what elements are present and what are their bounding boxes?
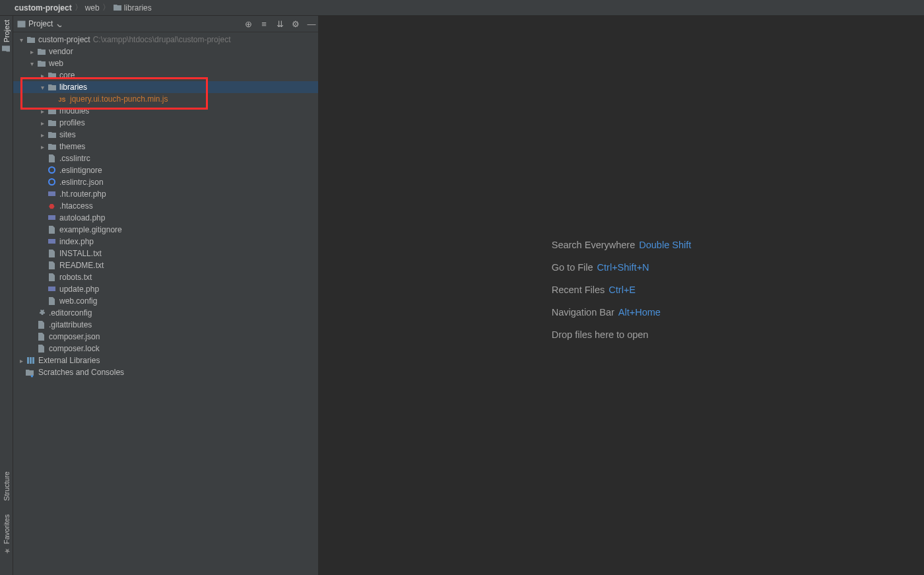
txt-icon: [36, 320, 46, 330]
ht-icon: ⬣: [46, 202, 57, 210]
tree-label: vendor: [49, 47, 73, 56]
tree-label: jquery.ui.touch-punch.min.js: [70, 94, 168, 104]
tree-row[interactable]: ▸themes: [13, 141, 318, 152]
php-icon: [46, 285, 57, 294]
tree-label: composer.json: [49, 332, 100, 341]
tree-label: web.config: [59, 296, 97, 306]
tab-favorites[interactable]: ★ Favorites: [2, 514, 11, 555]
txt-icon: [46, 154, 57, 164]
tree-label: libraries: [59, 83, 87, 92]
folder-icon: [46, 118, 57, 128]
tab-project[interactable]: Project: [2, 20, 11, 53]
tree-arrow[interactable]: ▸: [38, 119, 46, 127]
welcome-label: Go to File: [552, 262, 593, 273]
tree-row[interactable]: ▸.gitattributes: [13, 319, 318, 331]
json-icon: [36, 332, 46, 342]
tree-arrow[interactable]: ▸: [38, 108, 46, 115]
window-icon: [17, 20, 26, 28]
breadcrumb-item[interactable]: web: [85, 3, 100, 13]
tree-row[interactable]: ▸.eslintrc.json: [13, 176, 318, 188]
tree-label: README.txt: [59, 261, 104, 270]
tree-label: .editorconfig: [49, 308, 92, 318]
tree-row[interactable]: ▸update.php: [13, 283, 318, 295]
tree-row[interactable]: ▸README.txt: [13, 259, 318, 271]
tree-row[interactable]: ▸⬣.htaccess: [13, 200, 318, 212]
tree-row[interactable]: ▾custom-projectC:\xampp\htdocs\drupal\cu…: [13, 34, 318, 46]
welcome-shortcut: Ctrl+E: [609, 285, 636, 295]
welcome-row: Search EverywhereDouble Shift: [552, 240, 692, 250]
tree-row[interactable]: ▸profiles: [13, 117, 318, 129]
tab-structure-label: Structure: [3, 471, 11, 501]
tree-row[interactable]: ▾web: [13, 57, 318, 69]
txt-icon: [46, 296, 57, 306]
tree-row[interactable]: ▸vendor: [13, 46, 318, 57]
tree-label: robots.txt: [59, 273, 92, 282]
project-tree[interactable]: ▾custom-projectC:\xampp\htdocs\drupal\cu…: [13, 32, 318, 575]
tree-row[interactable]: ▸robots.txt: [13, 271, 318, 283]
welcome-shortcut: Ctrl+Shift+N: [597, 262, 649, 273]
tree-row[interactable]: ▸.csslintrc: [13, 152, 318, 164]
tree-label: themes: [59, 142, 85, 151]
tree-label: modules: [59, 106, 89, 116]
tree-row[interactable]: ▸External Libraries: [13, 355, 318, 366]
tree-label: sites: [59, 130, 76, 139]
breadcrumb-item[interactable]: custom-project: [15, 3, 72, 13]
chevron-down-icon: [55, 21, 61, 27]
tree-row[interactable]: ▸.eslintignore: [13, 164, 318, 176]
welcome-label: Navigation Bar: [552, 307, 614, 318]
tree-row[interactable]: ▸INSTALL.txt: [13, 248, 318, 259]
tree-row[interactable]: ▸JSjquery.ui.touch-punch.min.js: [13, 93, 318, 105]
hide-icon[interactable]: —: [305, 17, 318, 30]
project-panel-header: Project ⊕ ≡ ⇊ ⚙ —: [13, 16, 318, 32]
tree-path-suffix: C:\xampp\htdocs\drupal\custom-project: [93, 35, 231, 44]
tree-arrow[interactable]: ▸: [17, 357, 25, 364]
tree-arrow[interactable]: ▸: [38, 72, 46, 79]
panel-title-label: Project: [28, 19, 53, 28]
tree-arrow[interactable]: ▸: [38, 143, 46, 151]
tree-row[interactable]: ▾libraries: [13, 81, 318, 93]
tree-row[interactable]: ▸composer.json: [13, 331, 318, 343]
collapse-all-icon[interactable]: ⇊: [273, 17, 286, 30]
tree-label: INSTALL.txt: [59, 249, 102, 258]
tree-label: .gitattributes: [49, 320, 92, 329]
welcome-row: Recent FilesCtrl+E: [552, 285, 692, 295]
txt-icon: [46, 225, 57, 235]
folder-icon: [36, 59, 46, 69]
scratch-icon: ●: [25, 368, 36, 378]
expand-all-icon[interactable]: ≡: [257, 17, 271, 30]
tree-row[interactable]: ▸example.gitignore: [13, 224, 318, 236]
panel-title[interactable]: Project: [28, 19, 61, 28]
tab-structure[interactable]: Structure: [3, 471, 11, 501]
breadcrumb-item[interactable]: libraries: [124, 3, 152, 13]
tree-row[interactable]: ▸web.config: [13, 295, 318, 307]
tree-label: autoload.php: [59, 213, 105, 222]
tree-row[interactable]: ▸●Scratches and Consoles: [13, 366, 318, 378]
tree-arrow[interactable]: ▸: [38, 131, 46, 139]
circle-icon: [46, 178, 57, 187]
tree-row[interactable]: ▸index.php: [13, 236, 318, 248]
welcome-row: Go to FileCtrl+Shift+N: [552, 262, 692, 273]
welcome-label: Recent Files: [552, 285, 605, 295]
tree-row[interactable]: ▸composer.lock: [13, 343, 318, 355]
welcome-row: Drop files here to open: [552, 329, 692, 340]
tree-row[interactable]: ▸autoload.php: [13, 212, 318, 224]
tree-label: .eslintignore: [59, 166, 102, 175]
tree-arrow[interactable]: ▾: [38, 84, 46, 91]
tree-row[interactable]: ▸.ht.router.php: [13, 188, 318, 200]
js-icon: JS: [57, 95, 67, 103]
tree-row[interactable]: ▸sites: [13, 129, 318, 141]
tree-row[interactable]: ▸core: [13, 69, 318, 81]
tree-label: .ht.router.php: [59, 189, 106, 199]
txt-icon: [46, 249, 57, 259]
tree-label: composer.lock: [49, 344, 100, 353]
tree-arrow[interactable]: ▸: [28, 48, 36, 55]
gear-icon[interactable]: ⚙: [289, 17, 302, 30]
tree-row[interactable]: ▸.editorconfig: [13, 307, 318, 319]
locate-icon[interactable]: ⊕: [242, 17, 255, 30]
tree-arrow[interactable]: ▾: [28, 60, 36, 67]
tree-arrow[interactable]: ▾: [17, 36, 25, 44]
welcome-row: Navigation BarAlt+Home: [552, 307, 692, 318]
welcome-label: Drop files here to open: [552, 329, 649, 340]
tab-project-label: Project: [3, 20, 11, 42]
tree-row[interactable]: ▸modules: [13, 105, 318, 117]
